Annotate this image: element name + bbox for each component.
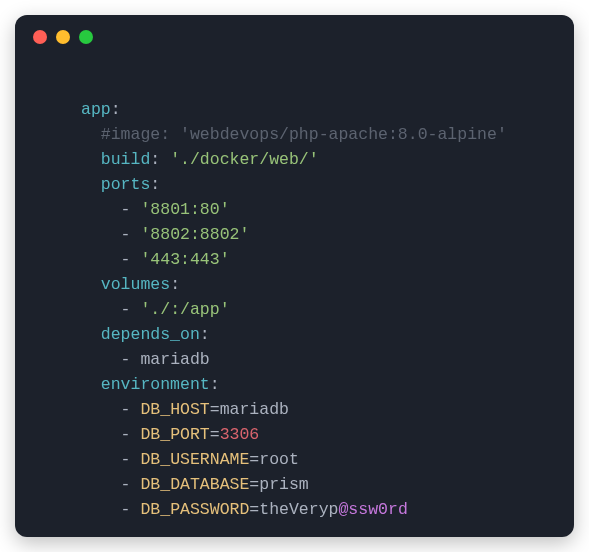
yaml-key-build: build: [101, 150, 151, 169]
code-window: app: #image: 'webdevops/php-apache:8.0-a…: [15, 15, 574, 537]
env-val: mariadb: [220, 400, 289, 419]
env-val: prism: [259, 475, 309, 494]
env-var: DB_DATABASE: [140, 475, 249, 494]
env-val-part: @ssw0rd: [338, 500, 407, 519]
yaml-comment: #image: 'webdevops/php-apache:8.0-alpine…: [101, 125, 507, 144]
env-var: DB_USERNAME: [140, 450, 249, 469]
code-block: app: #image: 'webdevops/php-apache:8.0-a…: [15, 59, 574, 522]
yaml-port: '8801:80': [140, 200, 229, 219]
yaml-key-depends: depends_on: [101, 325, 200, 344]
minimize-icon[interactable]: [56, 30, 70, 44]
yaml-depends-item: mariadb: [140, 350, 209, 369]
env-var: DB_HOST: [140, 400, 209, 419]
env-val: 3306: [220, 425, 260, 444]
yaml-key-volumes: volumes: [101, 275, 170, 294]
window-titlebar: [15, 15, 574, 59]
yaml-port: '443:443': [140, 250, 229, 269]
env-var: DB_PORT: [140, 425, 209, 444]
yaml-key-env: environment: [101, 375, 210, 394]
yaml-key-app: app: [81, 100, 111, 119]
env-val-part: theVeryp: [259, 500, 338, 519]
close-icon[interactable]: [33, 30, 47, 44]
env-var: DB_PASSWORD: [140, 500, 249, 519]
zoom-icon[interactable]: [79, 30, 93, 44]
yaml-volume: './:/app': [140, 300, 229, 319]
yaml-val-build: './docker/web/': [170, 150, 319, 169]
yaml-port: '8802:8802': [140, 225, 249, 244]
env-val: root: [259, 450, 299, 469]
yaml-key-ports: ports: [101, 175, 151, 194]
